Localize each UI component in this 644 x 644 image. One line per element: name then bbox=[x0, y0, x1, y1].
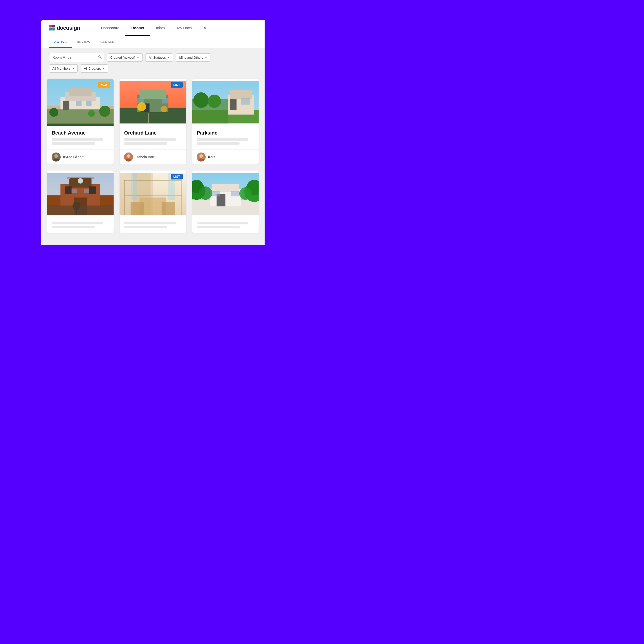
status-chevron-icon: ▼ bbox=[167, 56, 170, 59]
card-trees[interactable] bbox=[192, 170, 259, 233]
main-nav: Dashboard Rooms Inbox My Docs A... bbox=[95, 20, 215, 36]
card-line-8 bbox=[52, 226, 95, 228]
tab-active[interactable]: ACTIVE bbox=[49, 36, 72, 48]
svg-rect-56 bbox=[84, 189, 89, 193]
svg-rect-43 bbox=[194, 117, 195, 124]
tab-review[interactable]: REVIEW bbox=[72, 36, 95, 48]
card-image-interior: LIST bbox=[120, 170, 186, 218]
brand-name: docusign bbox=[57, 25, 80, 31]
svg-rect-37 bbox=[230, 90, 252, 99]
nav-mydocs[interactable]: My Docs bbox=[171, 20, 198, 36]
svg-rect-80 bbox=[231, 191, 239, 196]
creators-chevron-icon: ▼ bbox=[102, 67, 105, 70]
card-body-brick bbox=[47, 218, 114, 233]
svg-point-15 bbox=[49, 108, 58, 117]
svg-rect-13 bbox=[86, 101, 91, 106]
card-badge-list-interior: LIST bbox=[171, 174, 182, 179]
card-image-parkside bbox=[192, 79, 259, 126]
card-line-11 bbox=[197, 222, 248, 224]
card-orchard-lane[interactable]: LIST Orchard Lane Isabela Bar bbox=[120, 79, 186, 164]
svg-rect-52 bbox=[92, 177, 94, 179]
svg-point-61 bbox=[72, 202, 80, 210]
card-badge-new: NEW bbox=[98, 82, 110, 88]
tabs-bar: ACTIVE REVIEW CLOSED bbox=[41, 36, 265, 48]
svg-point-29 bbox=[137, 102, 146, 111]
svg-rect-12 bbox=[76, 101, 81, 106]
nav-dashboard[interactable]: Dashboard bbox=[95, 20, 125, 36]
svg-rect-27 bbox=[162, 98, 168, 103]
card-beach-avenue[interactable]: NEW Beach Avenue Kyree Gilber bbox=[47, 79, 114, 164]
card-body-parkside: Parkside bbox=[192, 126, 259, 149]
avatar-kars bbox=[197, 153, 206, 161]
svg-rect-38 bbox=[230, 99, 237, 110]
svg-rect-54 bbox=[89, 186, 96, 194]
card-brick[interactable] bbox=[47, 170, 114, 233]
card-line-7 bbox=[52, 222, 103, 224]
members-dropdown[interactable]: All Members ▼ bbox=[49, 64, 78, 73]
cards-grid: NEW Beach Avenue Kyree Gilber bbox=[41, 77, 265, 239]
scope-chevron-icon: ▼ bbox=[205, 56, 207, 59]
card-interior[interactable]: LIST bbox=[120, 170, 186, 233]
tab-closed[interactable]: CLOSED bbox=[95, 36, 120, 48]
card-parkside[interactable]: Parkside Kars... bbox=[192, 79, 259, 164]
card-line-12 bbox=[197, 226, 240, 228]
status-label: All Statuses bbox=[149, 56, 166, 59]
svg-rect-10 bbox=[69, 88, 92, 96]
svg-rect-39 bbox=[241, 98, 250, 105]
svg-point-30 bbox=[161, 106, 167, 112]
svg-rect-51 bbox=[67, 177, 70, 179]
header: docusign Dashboard Rooms Inbox My Docs A… bbox=[41, 20, 265, 36]
svg-rect-2 bbox=[49, 28, 52, 30]
svg-rect-3 bbox=[52, 28, 55, 30]
filters-row-2: All Members ▼ All Creators ▼ bbox=[41, 64, 265, 77]
members-label: All Members bbox=[52, 67, 70, 70]
scope-label: Mine and Others bbox=[179, 56, 203, 59]
svg-rect-77 bbox=[212, 184, 239, 192]
svg-rect-1 bbox=[52, 25, 55, 27]
card-badge-list-orchard: LIST bbox=[171, 82, 182, 88]
svg-rect-28 bbox=[149, 113, 149, 123]
card-line-3 bbox=[124, 138, 176, 141]
card-body-beach: Beach Avenue bbox=[47, 126, 114, 149]
card-image-beach: NEW bbox=[47, 79, 114, 126]
card-title-beach: Beach Avenue bbox=[52, 130, 109, 136]
card-body-orchard: Orchard Lane bbox=[120, 126, 186, 149]
svg-rect-24 bbox=[140, 90, 166, 99]
card-body-trees bbox=[192, 218, 259, 233]
card-line-2 bbox=[52, 142, 95, 145]
svg-point-42 bbox=[208, 95, 221, 108]
svg-point-45 bbox=[199, 154, 203, 158]
card-line-6 bbox=[197, 142, 240, 145]
nav-more[interactable]: A... bbox=[198, 20, 215, 36]
svg-rect-0 bbox=[49, 25, 52, 27]
svg-rect-71 bbox=[162, 202, 175, 215]
scope-dropdown[interactable]: Mine and Others ▼ bbox=[176, 53, 210, 62]
svg-rect-59 bbox=[47, 205, 114, 215]
search-box[interactable] bbox=[49, 53, 104, 62]
search-icon bbox=[98, 55, 102, 60]
nav-rooms[interactable]: Rooms bbox=[125, 20, 150, 36]
creators-dropdown[interactable]: All Creators ▼ bbox=[81, 64, 108, 73]
card-body-interior bbox=[120, 218, 186, 233]
svg-rect-79 bbox=[212, 191, 220, 196]
avatar-kyree bbox=[52, 153, 61, 161]
svg-rect-72 bbox=[131, 173, 138, 200]
card-line-10 bbox=[124, 226, 167, 228]
sort-dropdown[interactable]: Created (newest) ▼ bbox=[107, 53, 143, 62]
search-input[interactable] bbox=[52, 55, 96, 59]
sort-label: Created (newest) bbox=[110, 56, 135, 59]
avatar-isabela bbox=[124, 153, 133, 161]
agent-name-isabela: Isabela Barr bbox=[136, 155, 154, 159]
card-line-5 bbox=[197, 138, 248, 141]
logo[interactable]: docusign bbox=[49, 25, 80, 31]
svg-point-16 bbox=[99, 106, 110, 117]
svg-rect-53 bbox=[65, 186, 72, 194]
nav-inbox[interactable]: Inbox bbox=[150, 20, 171, 36]
card-image-trees bbox=[192, 170, 259, 218]
card-image-orchard: LIST bbox=[120, 79, 186, 126]
agent-name-kars: Kars... bbox=[208, 155, 218, 159]
card-line-1 bbox=[52, 138, 103, 141]
svg-rect-55 bbox=[72, 189, 77, 193]
card-footer-orchard: Isabela Barr bbox=[120, 149, 186, 164]
status-dropdown[interactable]: All Statuses ▼ bbox=[146, 53, 173, 62]
